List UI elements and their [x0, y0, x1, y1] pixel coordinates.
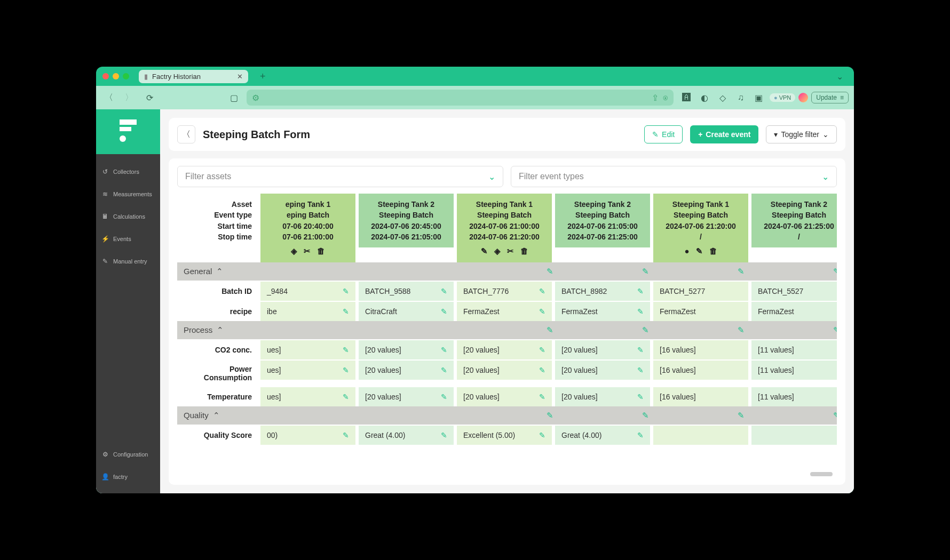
- sidebar-item-collectors[interactable]: ↺Collectors: [96, 161, 160, 183]
- cell-edit-icon[interactable]: ✎: [343, 307, 349, 316]
- translate-icon[interactable]: 🅰: [679, 90, 694, 105]
- cell-edit-icon[interactable]: ✎: [539, 287, 545, 295]
- profile-avatar[interactable]: [798, 93, 808, 102]
- edit-icon[interactable]: ✎: [481, 245, 488, 257]
- back-button[interactable]: 〈: [177, 125, 195, 143]
- cell-edit-icon[interactable]: ✎: [637, 393, 644, 401]
- section-edit-icon[interactable]: ✎: [833, 411, 837, 420]
- cell-edit-icon[interactable]: ✎: [343, 287, 349, 295]
- close-window-icon[interactable]: [102, 73, 109, 79]
- cell-edit-icon[interactable]: ✎: [637, 287, 644, 295]
- cell-edit-icon[interactable]: ✎: [637, 366, 644, 374]
- target-icon[interactable]: ◈: [291, 245, 297, 257]
- filter-assets-select[interactable]: Filter assets⌄: [177, 166, 503, 187]
- cell-edit-icon[interactable]: ✎: [539, 346, 545, 354]
- create-event-button[interactable]: +Create event: [690, 125, 758, 143]
- user-icon: 👤: [101, 473, 109, 481]
- cell-edit-icon[interactable]: ✎: [539, 393, 545, 401]
- sidebar-item-manual-entry[interactable]: ✎Manual entry: [96, 250, 160, 273]
- toggle-filter-button[interactable]: ▾Toggle filter⌄: [766, 125, 837, 143]
- cell-edit-icon[interactable]: ✎: [343, 346, 349, 354]
- sidebar-item-configuration[interactable]: ⚙Configuration: [96, 443, 160, 466]
- section-edit-icon[interactable]: ✎: [738, 325, 745, 335]
- cell-edit-icon[interactable]: ✎: [343, 366, 349, 374]
- horizontal-scrollbar[interactable]: [810, 472, 833, 476]
- update-button[interactable]: Update ≡: [811, 92, 849, 103]
- minimize-window-icon[interactable]: [113, 73, 119, 79]
- cell-edit-icon[interactable]: ✎: [441, 287, 447, 295]
- section-process[interactable]: Process⌃✎✎✎✎: [177, 321, 837, 339]
- new-tab-icon[interactable]: +: [260, 71, 266, 82]
- section-edit-icon[interactable]: ✎: [547, 325, 553, 335]
- sidebar-item-calculations[interactable]: 🖩Calculations: [96, 205, 160, 228]
- section-edit-icon[interactable]: ✎: [642, 267, 649, 276]
- sidebar-item-events[interactable]: ⚡Events: [96, 228, 160, 250]
- section-edit-icon[interactable]: ✎: [833, 267, 837, 276]
- cell-edit-icon[interactable]: ✎: [637, 346, 644, 354]
- cell-recipe: FermaZest✎: [555, 301, 650, 321]
- record-icon[interactable]: ●: [684, 245, 689, 257]
- calculations-icon: 🖩: [101, 213, 109, 220]
- tab-favicon: ▮: [144, 73, 148, 81]
- browser-tab[interactable]: ▮ Factry Historian ✕: [139, 70, 248, 83]
- section-edit-icon[interactable]: ✎: [642, 325, 649, 335]
- share-icon[interactable]: ⇪: [652, 93, 659, 103]
- cell-edit-icon[interactable]: ✎: [539, 431, 545, 439]
- cell-edit-icon[interactable]: ✎: [637, 307, 644, 316]
- tools-icon[interactable]: ✂: [507, 245, 514, 257]
- cell-edit-icon[interactable]: ✎: [441, 431, 447, 439]
- trash-icon[interactable]: 🗑: [520, 245, 528, 257]
- cell-power: [20 values]✎: [457, 359, 552, 380]
- section-edit-icon[interactable]: ✎: [547, 267, 553, 276]
- filter-icon: ▾: [774, 130, 778, 139]
- close-tab-icon[interactable]: ✕: [237, 73, 243, 81]
- music-icon[interactable]: ♫: [733, 90, 748, 105]
- section-edit-icon[interactable]: ✎: [833, 325, 837, 335]
- sidebar-item-measurements[interactable]: ≋Measurements: [96, 183, 160, 205]
- extension-icon-1[interactable]: ◐: [697, 90, 712, 105]
- plus-icon: +: [698, 130, 702, 139]
- app-logo[interactable]: [96, 109, 160, 154]
- section-edit-icon[interactable]: ✎: [547, 411, 553, 420]
- vpn-badge[interactable]: ● VPN: [770, 93, 795, 102]
- row-label-temp: Temperature: [177, 386, 257, 406]
- chevron-up-icon: ⌃: [217, 325, 224, 335]
- sidebar-item-user[interactable]: 👤factry: [96, 466, 160, 488]
- maximize-window-icon[interactable]: [123, 73, 129, 79]
- address-bar[interactable]: ⚙ ⇪ ⍟: [247, 90, 674, 106]
- tools-icon[interactable]: ✂: [304, 245, 311, 257]
- cell-edit-icon[interactable]: ✎: [441, 307, 447, 316]
- section-edit-icon[interactable]: ✎: [642, 411, 649, 420]
- section-edit-icon[interactable]: ✎: [738, 267, 745, 276]
- cell-edit-icon[interactable]: ✎: [343, 393, 349, 401]
- cell-edit-icon[interactable]: ✎: [441, 366, 447, 374]
- site-settings-icon[interactable]: ⚙: [252, 93, 259, 103]
- edit-icon[interactable]: ✎: [696, 245, 703, 257]
- edit-button[interactable]: ✎Edit: [644, 125, 683, 143]
- cell-edit-icon[interactable]: ✎: [343, 431, 349, 439]
- row-label-qscore: Quality Score: [177, 425, 257, 445]
- cell-power: [11 values]: [751, 359, 837, 380]
- forward-icon[interactable]: 〉: [122, 90, 137, 105]
- trash-icon[interactable]: 🗑: [317, 245, 325, 257]
- trash-icon[interactable]: 🗑: [709, 245, 717, 257]
- back-icon[interactable]: 〈: [101, 90, 116, 105]
- reload-icon[interactable]: ⟳: [142, 90, 157, 105]
- cell-edit-icon[interactable]: ✎: [441, 393, 447, 401]
- shield-icon[interactable]: ⍟: [663, 93, 668, 102]
- cell-edit-icon[interactable]: ✎: [637, 431, 644, 439]
- bookmark-icon[interactable]: ▢: [226, 90, 241, 105]
- cell-edit-icon[interactable]: ✎: [539, 366, 545, 374]
- cell-edit-icon[interactable]: ✎: [539, 307, 545, 316]
- extension-icon-2[interactable]: ◇: [715, 90, 730, 105]
- tabs-menu-icon[interactable]: ⌄: [836, 71, 843, 82]
- pip-icon[interactable]: ▣: [751, 90, 766, 105]
- section-edit-icon[interactable]: ✎: [738, 411, 745, 420]
- section-quality[interactable]: Quality⌃✎✎✎✎: [177, 406, 837, 425]
- filter-event-types-select[interactable]: Filter event types⌄: [511, 166, 837, 187]
- target-icon[interactable]: ◈: [494, 245, 501, 257]
- chevron-down-icon: ⌄: [822, 130, 829, 139]
- section-general[interactable]: General⌃✎✎✎✎: [177, 262, 837, 281]
- header-labels: AssetEvent typeStart timeStop time: [177, 194, 257, 247]
- cell-edit-icon[interactable]: ✎: [441, 346, 447, 354]
